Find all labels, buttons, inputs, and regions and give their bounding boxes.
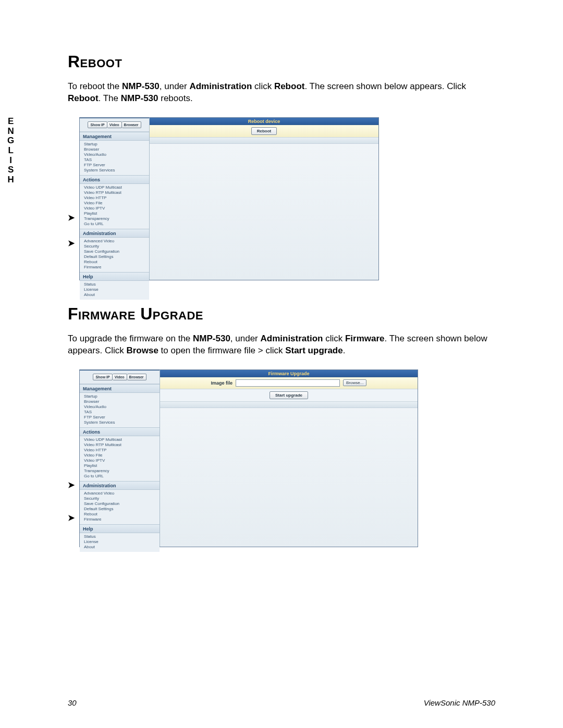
browser-button[interactable]: Browser [122, 121, 141, 128]
heading-firmware: Firmware Upgrade [68, 304, 495, 324]
sidebar-item[interactable]: License [84, 287, 149, 292]
sidebar-item[interactable]: Video RTP Multicast [84, 190, 149, 195]
sidebar-item[interactable]: Startup [84, 142, 149, 147]
sidebar-head-help: Help [80, 524, 160, 533]
sidebar-item[interactable]: Advanced Video [84, 239, 149, 244]
language-tab: ENGLISH [7, 117, 15, 185]
video-button[interactable]: Video [107, 121, 122, 128]
video-button[interactable]: Video [113, 374, 127, 380]
panel-title: Firmware Upgrade [160, 370, 418, 377]
sidebar-item[interactable]: Video IPTV [84, 206, 149, 211]
sidebar-item[interactable]: TAS [84, 410, 160, 415]
image-file-label: Image file [211, 380, 233, 386]
sidebar-item[interactable]: Advanced Video [84, 491, 160, 496]
sidebar-head-admin: Administration [80, 229, 149, 238]
screenshot-reboot: ➤ ➤ Show IP Video Browser Management Sta… [68, 117, 495, 280]
sidebar-item[interactable]: Video/Audio [84, 404, 160, 410]
sidebar-item[interactable]: Browser [84, 147, 149, 152]
sidebar-head-management: Management [80, 384, 160, 393]
sidebar-item[interactable]: Video HTTP [84, 448, 160, 453]
sidebar-item[interactable]: Security [84, 244, 149, 249]
sidebar-item[interactable]: About [84, 545, 160, 550]
sidebar-head-help: Help [80, 272, 149, 281]
sidebar-item[interactable]: Video File [84, 453, 160, 458]
sidebar-item[interactable]: Go to URL [84, 474, 160, 479]
heading-reboot: Reboot [68, 52, 495, 71]
sidebar-item[interactable]: System Services [84, 420, 160, 425]
sidebar-item[interactable]: Playlist [84, 463, 160, 468]
sidebar-item[interactable]: Status [84, 282, 149, 287]
sidebar-item[interactable]: Playlist [84, 211, 149, 216]
sidebar-head-management: Management [80, 132, 149, 141]
sidebar-item[interactable]: Video IPTV [84, 458, 160, 463]
arrow-icon: ➤ [68, 213, 75, 223]
sidebar-item[interactable]: Browser [84, 399, 160, 404]
arrow-icon: ➤ [68, 513, 75, 523]
panel-title: Reboot device [150, 118, 378, 125]
sidebar-item[interactable]: Default Settings [84, 507, 160, 512]
screenshot-firmware: ➤ ➤ Show IP Video Browser Management Sta… [68, 369, 495, 547]
arrow-icon: ➤ [68, 480, 75, 490]
sidebar-item[interactable]: Video UDP Multicast [84, 437, 160, 442]
sidebar-item[interactable]: About [84, 292, 149, 298]
sidebar-item[interactable]: Status [84, 534, 160, 539]
sidebar-item[interactable]: Transparency [84, 216, 149, 221]
sidebar-item[interactable]: Save Configuration [84, 501, 160, 507]
sidebar-item[interactable]: Security [84, 496, 160, 501]
sidebar-item[interactable]: Firmware [84, 265, 149, 270]
sidebar-item[interactable]: Video HTTP [84, 195, 149, 201]
sidebar-item[interactable]: Firmware [84, 517, 160, 522]
sidebar-item[interactable]: Default Settings [84, 254, 149, 260]
sidebar-item[interactable]: Video RTP Multicast [84, 442, 160, 448]
sidebar-head-actions: Actions [80, 427, 160, 436]
sidebar-item[interactable]: System Services [84, 168, 149, 173]
sidebar-item[interactable]: TAS [84, 157, 149, 163]
sidebar-head-admin: Administration [80, 481, 160, 490]
sidebar-item[interactable]: Video UDP Multicast [84, 185, 149, 190]
page-number: 30 [68, 698, 77, 707]
browse-button[interactable]: Browse... [343, 379, 366, 386]
sidebar-item[interactable]: Transparency [84, 468, 160, 474]
sidebar-head-actions: Actions [80, 175, 149, 184]
sidebar-item[interactable]: Save Configuration [84, 249, 149, 254]
show-ip-button[interactable]: Show IP [93, 374, 112, 380]
para-reboot: To reboot the NMP-530, under Administrat… [68, 81, 495, 105]
sidebar-item[interactable]: License [84, 539, 160, 545]
arrow-icon: ➤ [68, 238, 75, 248]
sidebar-item[interactable]: Go to URL [84, 221, 149, 227]
para-firmware: To upgrade the firmware on the NMP-530, … [68, 333, 495, 357]
image-file-input[interactable] [236, 379, 340, 387]
start-upgrade-button[interactable]: Start upgrade [270, 391, 308, 399]
sidebar-item[interactable]: Reboot [84, 512, 160, 517]
sidebar-item[interactable]: FTP Server [84, 163, 149, 168]
sidebar-item[interactable]: Video File [84, 201, 149, 206]
reboot-button[interactable]: Reboot [251, 127, 277, 135]
sidebar-item[interactable]: Reboot [84, 260, 149, 265]
sidebar-item[interactable]: Startup [84, 394, 160, 399]
sidebar-item[interactable]: Video/Audio [84, 152, 149, 157]
footer-model: ViewSonic NMP-530 [424, 698, 495, 707]
sidebar-item[interactable]: FTP Server [84, 415, 160, 420]
browser-button[interactable]: Browser [127, 374, 146, 380]
show-ip-button[interactable]: Show IP [88, 121, 107, 128]
